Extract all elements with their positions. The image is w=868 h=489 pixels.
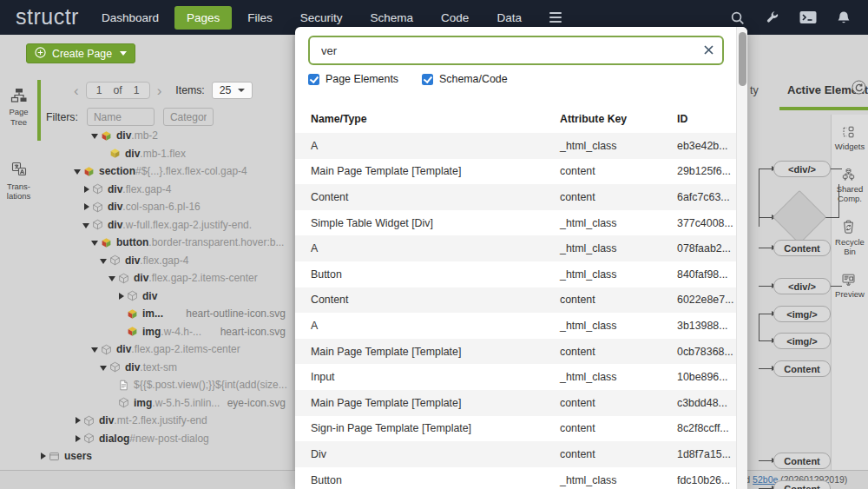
expander-icon[interactable] [38,451,49,461]
node-tag: div [108,183,122,195]
nav-item[interactable]: Dashboard [89,6,171,30]
toolbar-item[interactable]: Shared Comp. [832,168,868,203]
expander-icon[interactable] [108,380,118,390]
scope-checkbox[interactable]: Schema/Code [422,73,508,85]
result-row[interactable]: Content content 6022e8e7... [295,287,736,314]
toolbar-item[interactable]: Widgets [835,125,865,151]
result-row[interactable]: Content content 6afc7c63... [295,184,736,210]
tree-node[interactable]: im... heart-outline-icon.svg [0,305,293,323]
create-page-button[interactable]: Create Page [26,43,135,63]
expander-icon[interactable] [90,344,101,354]
flow-node[interactable] [773,190,826,244]
nav-item[interactable]: Pages [174,6,232,30]
scrollbar-thumb[interactable] [739,32,746,86]
tree-node[interactable]: users [0,447,293,466]
node-tag: users [64,450,92,462]
tree-node[interactable]: div.w-full.flex.gap-2.justify-end. [0,216,293,235]
filter-name-input[interactable] [87,108,155,126]
tree-node[interactable]: button.border-transparent.hover:b... [0,234,293,252]
tree-node[interactable]: div.col-span-6.pl-16 [0,198,293,216]
expander-icon[interactable] [73,166,83,176]
expander-icon[interactable] [116,308,127,319]
tree-node[interactable]: div.flex.gap-2.items-center [0,340,293,359]
expander-icon[interactable] [73,433,83,444]
bell-icon[interactable] [837,10,851,25]
result-row[interactable]: Div content 1d8f7a15... [295,441,736,467]
tree-node[interactable]: div [0,287,293,306]
tree-node[interactable]: div.mt-2.flex.justify-end [0,412,293,430]
page-indicator[interactable]: 1 of 1 [86,82,150,99]
tree-node[interactable]: section#${...}.flex.flex-col.gap-4 [0,162,293,181]
terminal-icon[interactable] [799,10,817,24]
hamburger-menu-icon[interactable] [544,7,567,29]
page-next-button[interactable]: › [157,83,162,98]
clear-search-icon[interactable] [703,43,714,59]
tree-node[interactable]: div.mb-1.flex [0,145,293,163]
checkbox-checked-icon[interactable] [422,74,433,85]
result-row[interactable]: Sign-in Page Template [Template] content… [295,416,736,442]
expander-icon[interactable] [116,291,127,301]
search-icon[interactable] [730,10,745,25]
result-row[interactable]: Simple Table Widget [Div] _html_class 37… [295,210,736,236]
expander-icon[interactable] [82,202,92,212]
toolbar-item[interactable]: Recycle Bin [832,221,868,256]
expander-icon[interactable] [108,398,118,408]
expander-icon[interactable] [82,184,92,195]
result-row[interactable]: Button _html_class 840faf98... [295,261,736,287]
expander-icon[interactable] [108,273,118,283]
tab-partial[interactable]: ty [750,84,759,96]
result-row[interactable]: Main Page Template [Template] content 29… [295,159,736,185]
flow-connector [831,169,842,169]
tree-node[interactable]: img.w-4.h-... heart-icon.svg [0,323,293,341]
scope-checkbox[interactable]: Page Elements [308,73,398,85]
result-row[interactable]: Button _html_class fdc10b26... [295,467,736,489]
flow-node[interactable]: <div/> [773,278,831,294]
tree-node[interactable]: div.flex.gap-4 [0,252,293,270]
page-prev-button[interactable]: ‹ [74,83,79,98]
filter-category-input[interactable] [163,108,214,126]
expander-icon[interactable] [73,415,83,426]
refresh-icon[interactable] [852,80,866,98]
search-results-table: Name/Type Attribute Key ID A _html_class… [295,109,736,489]
dialog-scrollbar[interactable] [736,27,747,489]
expander-icon[interactable] [82,220,92,230]
flow-node[interactable]: <div/> [773,161,831,177]
expander-icon[interactable] [99,362,109,373]
nav-item[interactable]: Data [484,6,534,30]
expander-icon[interactable] [116,327,127,337]
tree-node[interactable]: ${{$.post.view();}}${int(add(size... [0,376,293,394]
expander-icon[interactable] [99,149,109,159]
result-row[interactable]: Main Page Template [Template] content c3… [295,390,736,416]
flow-node[interactable]: Content [773,240,831,256]
tree-node[interactable]: div.text-sm [0,359,293,377]
tree-node[interactable]: div.flex.gap-2.items-center [0,269,293,287]
nav-item[interactable]: Schema [358,6,426,30]
checkbox-checked-icon[interactable] [308,74,319,85]
nav-item[interactable]: Files [235,6,285,30]
flow-node[interactable]: Content [773,360,831,377]
sidebar-tab-page-tree[interactable]: Page Tree [0,83,37,127]
page-size-select[interactable]: 25 [212,82,253,99]
tree-node[interactable]: div.flex.gap-4 [0,181,293,199]
node-classes: .border-transparent.hover:b... [148,236,284,248]
flow-node[interactable]: Content [773,453,831,469]
flow-node[interactable]: <img/> [773,306,831,322]
search-dialog-content: Page Elements Schema/Code Name/Type Attr… [295,27,736,489]
result-row[interactable]: A _html_class eb3e42b... [295,133,736,159]
nav-item[interactable]: Security [288,6,355,30]
tree-node[interactable]: img.w-5.h-5.inlin... eye-icon.svg [0,394,293,413]
expander-icon[interactable] [90,130,101,141]
result-row[interactable]: A _html_class 078faab2... [295,235,736,261]
result-row[interactable]: A _html_class 3b13988... [295,313,736,339]
flow-node[interactable]: Content [773,480,831,489]
wrench-icon[interactable] [765,10,779,25]
tree-node[interactable]: div.mb-2 [0,127,293,145]
tree-node[interactable]: dialog#new-post-dialog [0,430,293,448]
flow-node[interactable]: <img/> [773,333,831,349]
result-row[interactable]: Input _html_class 10be896... [295,364,736,390]
expander-icon[interactable] [90,237,101,248]
nav-item[interactable]: Code [429,6,481,30]
expander-icon[interactable] [99,255,109,266]
result-row[interactable]: Main Page Template [Template] content 0c… [295,339,736,365]
search-input[interactable] [308,36,724,65]
